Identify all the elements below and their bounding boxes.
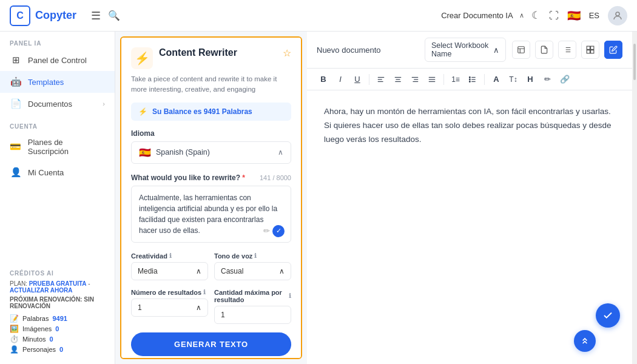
svg-point-0 (616, 12, 619, 16)
creatividad-field: Creatividad ℹ Media ∧ (131, 252, 208, 280)
cantidad-select[interactable]: 1 (214, 306, 291, 324)
sidebar-item-documentos[interactable]: 📄 Documentos › (0, 93, 115, 115)
fmt-divider-3 (484, 74, 485, 85)
justify-button[interactable] (425, 74, 439, 85)
doc-icon-3[interactable] (558, 41, 576, 59)
sidebar-item-templates[interactable]: 🤖 Templates (0, 71, 115, 93)
workbook-arrow-icon: ∧ (493, 46, 499, 55)
idioma-value: Spanish (Spain) (156, 148, 273, 157)
num-resultados-select[interactable]: 1 ∧ (131, 298, 208, 317)
doc-icon-4[interactable] (581, 41, 599, 59)
creatividad-select[interactable]: Media ∧ (131, 262, 208, 280)
minutos-icon: ⏱️ (10, 335, 19, 343)
doc-title-input[interactable] (317, 46, 419, 55)
doc-icon-2[interactable] (535, 41, 553, 59)
link-button[interactable]: 🔗 (558, 73, 572, 85)
tono-field: Tono de voz ℹ Casual ∧ (214, 252, 291, 280)
align-left-button[interactable] (374, 74, 388, 85)
imagenes-icon: 🖼️ (10, 325, 19, 333)
ai-icon: 🤖 (10, 76, 22, 87)
logo-box: C (10, 5, 30, 26)
num-resultados-label: Número de resultados ℹ (131, 289, 208, 296)
minutos-value: 0 (50, 335, 53, 343)
scrollbar[interactable] (632, 32, 637, 364)
tono-select[interactable]: Casual ∧ (214, 262, 291, 280)
sidebar: PANEL IA ⊞ Panel de Control 🤖 Templates … (0, 32, 115, 364)
topnav: C Copyter ☰ 🔍 Crear Documento IA ∧ ☾ ⛶ 🇪… (0, 0, 637, 32)
doc-icon-5[interactable] (604, 41, 622, 59)
align-right-button[interactable] (408, 74, 422, 85)
imagenes-value: 0 (55, 325, 59, 332)
sidebar-item-planes[interactable]: 💳 Planes de Suscripción (0, 132, 115, 161)
sidebar-section-panel: PANEL IA (0, 32, 115, 49)
workbook-label: Select Workbook Name (431, 41, 490, 58)
renov-text: PRÓXIMA RENOVACIÓN: SIN RENOVACIÓN (10, 296, 105, 309)
grid-icon: ⊞ (10, 55, 22, 66)
workbook-select[interactable]: Select Workbook Name ∧ (425, 38, 506, 62)
crear-label: Crear Documento IA (441, 11, 513, 20)
num-resultados-arrow-icon: ∧ (196, 303, 201, 312)
rewrite-char-count: 141 / 8000 (260, 174, 291, 181)
sidebar-label-panel-control: Panel de Control (28, 56, 87, 65)
sidebar-item-panel-control[interactable]: ⊞ Panel de Control (0, 49, 115, 71)
plan-name-link[interactable]: PRUEBA GRATUITA (29, 280, 87, 287)
svg-rect-5 (587, 50, 590, 53)
font-size-button[interactable]: T↕ (507, 74, 520, 85)
num-resultados-field: Número de resultados ℹ 1 ∧ (131, 289, 208, 324)
heading-button[interactable]: H (524, 73, 537, 85)
align-center-button[interactable] (391, 74, 405, 85)
balance-lightning-icon: ⚡ (138, 107, 147, 116)
logo[interactable]: C Copyter (10, 5, 76, 26)
idioma-label: Idioma (121, 129, 301, 141)
balance-text: Su Balance es 9491 Palabras (152, 107, 252, 116)
editor-toolbar-top: Select Workbook Name ∧ (307, 32, 632, 69)
credit-palabras: 📝 Palabras 9491 (10, 314, 105, 323)
editor-format-toolbar: B I U 1≡ A T↕ H ✏ (307, 69, 632, 90)
ordered-list-button[interactable]: 1≡ (449, 74, 462, 85)
idioma-flag: 🇪🇸 (139, 147, 151, 158)
creatividad-arrow-icon: ∧ (196, 267, 201, 275)
logo-text: Copyter (35, 9, 76, 22)
svg-point-23 (469, 81, 470, 82)
svg-point-21 (469, 76, 470, 78)
cantidad-field: Cantidad máxima por resultado ℹ 1 (214, 289, 291, 324)
editor-content-area[interactable]: Ahora, hay un montón de herramientas con… (307, 90, 632, 364)
doc-icon-1[interactable] (512, 41, 530, 59)
crear-arrow-icon: ∧ (519, 12, 524, 19)
color-button[interactable]: ✏ (541, 73, 554, 85)
lang-label: ES (589, 11, 599, 20)
num-resultados-info-icon: ℹ (203, 289, 206, 295)
cp-description: Take a piece of content and rewrite it t… (121, 74, 301, 103)
creatividad-value: Media (138, 267, 158, 275)
generar-texto-button[interactable]: GENERAR TEXTO (131, 332, 291, 356)
svg-rect-1 (518, 47, 525, 53)
plan-upgrade-link[interactable]: ACTUALIZAR AHORA (10, 287, 73, 294)
underline-button[interactable]: U (351, 73, 364, 85)
cp-icon: ⚡ (131, 47, 153, 69)
menu-icon[interactable]: ☰ (91, 9, 101, 22)
crear-documento-btn[interactable]: Crear Documento IA ∧ (441, 11, 524, 20)
doc-icon: 📄 (10, 98, 22, 109)
idioma-dropdown[interactable]: 🇪🇸 Spanish (Spain) ∧ (131, 141, 291, 164)
search-icon[interactable]: 🔍 (108, 10, 120, 21)
italic-button[interactable]: I (334, 73, 347, 85)
rewrite-textarea[interactable]: Actualmente, las herramientas con inteli… (131, 186, 291, 243)
sidebar-item-mi-cuenta[interactable]: 👤 Mi Cuenta (0, 161, 115, 183)
rewrite-field-row: What would you like to rewrite? * 141 / … (121, 174, 301, 186)
svg-point-22 (469, 79, 470, 80)
font-a-button[interactable]: A (490, 73, 503, 85)
scroll-to-top-fab[interactable] (574, 330, 596, 352)
user-avatar[interactable] (608, 6, 627, 25)
personajes-icon: 👤 (10, 345, 19, 354)
svg-rect-3 (591, 46, 594, 49)
cp-star-icon[interactable]: ☆ (283, 47, 291, 59)
moon-icon[interactable]: ☾ (531, 9, 541, 22)
check-fab[interactable] (596, 303, 620, 328)
bold-button[interactable]: B (317, 73, 330, 85)
unordered-list-button[interactable] (466, 74, 479, 85)
flag-icon[interactable]: 🇪🇸 (567, 9, 581, 22)
fmt-divider-2 (443, 74, 444, 85)
sidebar-label-mi-cuenta: Mi Cuenta (28, 168, 64, 177)
expand-icon[interactable]: ⛶ (549, 10, 559, 21)
credit-personajes: 👤 Personajes 0 (10, 345, 105, 354)
